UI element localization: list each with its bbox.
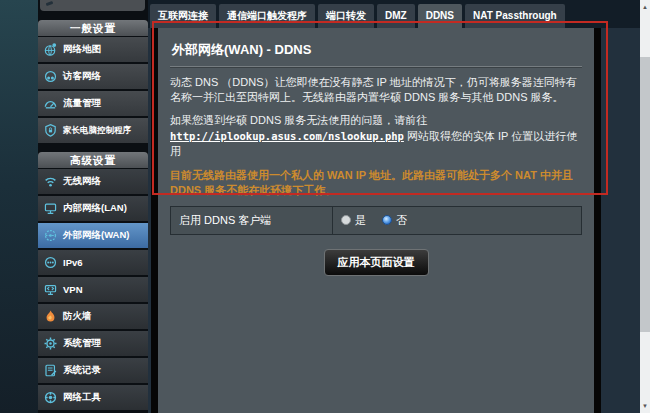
tab-port-trigger[interactable]: 通信端口触发程序 <box>219 4 315 28</box>
apply-button[interactable]: 应用本页面设置 <box>324 249 429 276</box>
quick-setup-button-partial[interactable] <box>40 0 145 11</box>
tab-dmz[interactable]: DMZ <box>377 4 415 28</box>
radio-unselected-icon[interactable] <box>341 215 351 225</box>
radio-selected-icon[interactable] <box>382 215 392 225</box>
sidebar-item-label: 网络工具 <box>63 391 101 404</box>
page-title: 外部网络(WAN) - DDNS <box>170 38 582 67</box>
sidebar-item-lan[interactable]: 内部网络(LAN) <box>38 196 148 221</box>
sidebar-item-parental-control[interactable]: 家长电脑控制程序 <box>38 118 148 143</box>
sidebar-item-label: 内部网络(LAN) <box>63 202 127 215</box>
sidebar-item-network-tools[interactable]: 网络工具 <box>38 385 148 410</box>
sidebar-item-guest-network[interactable]: 访客网络 <box>38 64 148 89</box>
help-text-before: 如果您遇到华硕 DDNS 服务无法使用的问题，请前往 <box>170 114 427 126</box>
sidebar-item-vpn[interactable]: VPN <box>38 277 148 302</box>
scrollbar-thumb[interactable] <box>640 57 650 332</box>
quick-setup-icon <box>46 1 54 6</box>
sidebar-item-wireless[interactable]: 无线网络 <box>38 169 148 194</box>
wan-tab-bar: 互联网连接 通信端口触发程序 端口转发 DMZ DDNS NAT Passthr… <box>148 0 640 28</box>
ddns-yes-radio[interactable]: 是 <box>341 213 366 228</box>
sidebar-item-traffic-manager[interactable]: 流量管理 <box>38 91 148 116</box>
sidebar-item-label: 网络地图 <box>63 43 101 56</box>
sidebar-item-label: 外部网络(WAN) <box>63 229 130 242</box>
sidebar-item-label: VPN <box>63 284 83 295</box>
tab-internet-connection[interactable]: 互联网连接 <box>150 4 216 28</box>
guest-network-icon <box>43 69 58 84</box>
tab-port-forwarding[interactable]: 端口转发 <box>318 4 374 28</box>
sidebar-item-system-log[interactable]: 系统记录 <box>38 358 148 383</box>
radio-yes-label: 是 <box>355 213 366 228</box>
sidebar-item-label: 家长电脑控制程序 <box>63 125 131 137</box>
network-tools-icon <box>43 390 58 405</box>
traffic-manager-icon <box>43 96 58 111</box>
ddns-no-radio[interactable]: 否 <box>382 213 407 228</box>
radio-no-label: 否 <box>396 213 407 228</box>
sidebar-item-ipv6[interactable]: IPv6 <box>38 250 148 275</box>
iplookup-link[interactable]: http://iplookup.asus.com/nslookup.php <box>170 130 404 142</box>
sidebar-item-network-map[interactable]: 网络地图 <box>38 37 148 62</box>
sidebar-item-label: IPv6 <box>63 257 83 268</box>
ddns-help-paragraph: 如果您遇到华硕 DDNS 服务无法使用的问题，请前往 http://iplook… <box>170 113 582 159</box>
sidebar-section-advanced: 高级设置 <box>38 152 148 168</box>
syslog-icon <box>43 363 58 378</box>
lan-icon <box>43 201 58 216</box>
sidebar-item-label: 系统记录 <box>63 364 101 377</box>
parental-control-icon <box>43 123 58 138</box>
ipv6-icon <box>43 255 58 270</box>
left-edge-strip <box>0 0 38 413</box>
sidebar-section-general: 一般设置 <box>38 20 148 36</box>
admin-gear-icon <box>43 336 58 351</box>
sidebar-item-label: 无线网络 <box>63 175 101 188</box>
sidebar: 一般设置 网络地图 访客网络 流量管理 家长电脑控制程序 高级设置 无线网络 内… <box>38 0 148 413</box>
wireless-icon <box>43 174 58 189</box>
enable-ddns-value-cell: 是 否 <box>333 206 582 234</box>
firewall-icon <box>43 309 58 324</box>
sidebar-item-firewall[interactable]: 防火墙 <box>38 304 148 329</box>
tab-nat-passthrough[interactable]: NAT Passthrough <box>465 4 565 28</box>
wan-icon <box>43 228 58 243</box>
scrollbar[interactable]: ▲ ▼ <box>640 0 650 413</box>
sidebar-item-label: 防火墙 <box>63 310 92 323</box>
sidebar-item-label: 流量管理 <box>63 97 101 110</box>
tab-ddns[interactable]: DDNS <box>418 4 462 28</box>
vpn-icon <box>43 282 58 297</box>
sidebar-item-label: 访客网络 <box>63 70 101 83</box>
network-map-icon <box>43 42 58 57</box>
scroll-down-arrow-icon[interactable]: ▼ <box>640 399 650 413</box>
ddns-form-table: 启用 DDNS 客户端 是 否 <box>170 206 582 235</box>
ddns-description: 动态 DNS （DDNS）让您即使在没有静态 IP 地址的情况下，仍可将服务器连… <box>170 75 582 105</box>
private-wan-ip-warning: 目前无线路由器使用一个私人的 WAN IP 地址。此路由器可能处于多个 NAT … <box>170 168 582 198</box>
sidebar-item-administration[interactable]: 系统管理 <box>38 331 148 356</box>
scroll-up-arrow-icon[interactable]: ▲ <box>640 0 650 14</box>
ddns-content-panel: 外部网络(WAN) - DDNS 动态 DNS （DDNS）让您即使在没有静态 … <box>151 28 601 413</box>
sidebar-item-label: 系统管理 <box>63 337 101 350</box>
enable-ddns-label: 启用 DDNS 客户端 <box>171 206 333 234</box>
sidebar-item-wan[interactable]: 外部网络(WAN) <box>38 223 148 248</box>
table-row: 启用 DDNS 客户端 是 否 <box>171 206 582 234</box>
